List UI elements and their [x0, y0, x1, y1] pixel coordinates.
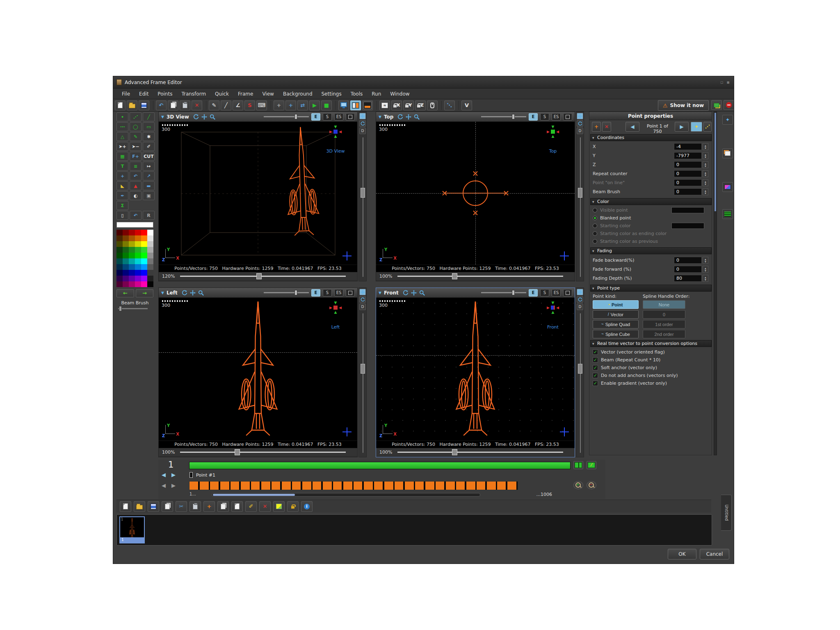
tool-roller-tool[interactable]: ▬ — [143, 181, 155, 190]
menu-transform[interactable]: Transform — [177, 89, 210, 98]
palette-color[interactable] — [147, 247, 153, 253]
field-value-input[interactable]: 0 — [674, 257, 702, 264]
tool-line-tool[interactable]: ╱ — [143, 112, 155, 121]
palette-color[interactable] — [123, 230, 129, 235]
mode-e-button[interactable]: E — [529, 289, 538, 297]
next-point-button[interactable]: ▶ — [675, 122, 689, 132]
copy-frame-button[interactable] — [162, 501, 173, 512]
tool-select-special-tool[interactable]: ✱ — [143, 132, 155, 141]
checkbox-checked[interactable]: ✓ — [593, 373, 598, 378]
vertical-slider-handle[interactable] — [578, 188, 582, 198]
menu-window[interactable]: Window — [386, 89, 414, 98]
mode-e-button[interactable]: E — [311, 113, 320, 121]
menu-tools[interactable]: Tools — [346, 89, 368, 98]
duplicate-frame-button[interactable] — [217, 501, 229, 512]
mode-es-button[interactable]: ES — [334, 113, 343, 121]
palette-color[interactable] — [147, 235, 153, 241]
keyboard-entry-button[interactable]: ⌨ — [256, 100, 267, 110]
tool-select-add-tool[interactable]: ➤+ — [116, 142, 128, 151]
checkbox-checked[interactable]: ✓ — [593, 365, 598, 370]
palette-color[interactable] — [129, 270, 135, 276]
lock-button[interactable] — [287, 501, 299, 512]
pan-mini-button[interactable] — [359, 289, 366, 295]
field-value-input[interactable]: 0 — [674, 161, 702, 168]
viewport-front-header[interactable]: ▼ Front E S ES — [376, 288, 575, 298]
vertical-slider-track[interactable] — [363, 313, 363, 453]
tool-rotate-tool[interactable]: ↶ — [130, 171, 142, 180]
palette-color[interactable] — [141, 235, 147, 241]
field-value-input[interactable]: 0 — [674, 188, 702, 195]
insert-frame-button[interactable] — [231, 501, 243, 512]
vertical-slider-handle[interactable] — [361, 364, 365, 374]
mode-es-button[interactable]: ES — [552, 113, 561, 121]
tool-measure-tool[interactable]: ↦ — [143, 162, 155, 171]
show-it-now-button[interactable]: ⚠ Show it now — [658, 100, 709, 111]
viewport-dropdown-icon[interactable]: ▼ — [161, 291, 164, 295]
palette-color[interactable] — [116, 253, 123, 258]
snap-tool-button[interactable]: S — [244, 100, 255, 110]
open-file-button[interactable] — [127, 100, 137, 110]
tool-redo-tool[interactable]: R — [143, 211, 155, 220]
untitled-tab[interactable]: Untitled — [721, 495, 732, 531]
mouse-options-button[interactable] — [427, 100, 438, 110]
viewport-dropdown-icon[interactable]: ▼ — [379, 115, 381, 119]
current-color-swatch[interactable] — [116, 222, 153, 228]
timeline-zoom-in-button[interactable]: + — [573, 481, 583, 489]
radio-blanked-point[interactable] — [593, 216, 597, 220]
open-frame-button[interactable] — [134, 501, 145, 512]
frame-thumbnail[interactable]: 1 1 — [119, 516, 145, 543]
palette-color[interactable] — [123, 264, 129, 270]
header-slider[interactable] — [264, 116, 309, 117]
kind-spline-quad[interactable]: ~Spline Quad — [593, 320, 639, 329]
palette-color[interactable] — [129, 230, 135, 235]
palette-color[interactable] — [129, 241, 135, 247]
vertical-slider-track[interactable] — [580, 313, 581, 453]
field-spinner[interactable]: ▲▼ — [703, 266, 708, 273]
palette-color[interactable] — [141, 253, 147, 258]
tool-text-tool[interactable]: T — [116, 162, 128, 171]
tool-contrast-tool[interactable]: ◐ — [130, 191, 142, 200]
split-track-button[interactable] — [573, 461, 583, 469]
menu-view[interactable]: View — [258, 89, 278, 98]
palette-color[interactable] — [147, 270, 153, 276]
field-value-input[interactable]: -7977 — [674, 152, 702, 159]
title-bar[interactable]: Advanced Frame Editor ▫▪ — [113, 76, 734, 89]
mode-s-button[interactable]: S — [540, 289, 549, 297]
output-monitor-button[interactable] — [338, 100, 349, 110]
viewport-top-canvas[interactable]: 300 ▼ ▶◀ ▲ Top Y X Z — [376, 122, 575, 265]
viewport-3d-canvas[interactable]: 300 ▼ ▶◀ ▲ 3D View Y X Z — [159, 122, 357, 265]
maximize-view-button[interactable] — [346, 113, 355, 121]
menu-background[interactable]: Background — [278, 89, 317, 98]
timeline-zoom-out-button[interactable]: − — [587, 481, 596, 489]
field-value-input[interactable]: 0 — [674, 179, 702, 186]
palette-windows-button[interactable] — [711, 100, 722, 110]
palette-color[interactable] — [129, 247, 135, 253]
tool-cut-tool[interactable]: CUT — [143, 152, 155, 161]
paste-frame-button[interactable] — [189, 501, 201, 512]
viewport-left-canvas[interactable]: 300 ▼ ▶◀ ▲ Left Y X Z — [159, 298, 357, 441]
radio-starting-color-as-ending-color[interactable] — [593, 231, 597, 236]
palette-color[interactable] — [129, 281, 135, 287]
palette-color[interactable] — [135, 264, 141, 270]
header-slider[interactable] — [264, 292, 309, 293]
add-point-button[interactable]: + — [285, 100, 296, 110]
orientation-widget[interactable]: ▼ ▶◀ ▲ Left — [324, 301, 347, 329]
header-slider[interactable] — [481, 116, 526, 117]
minimize-icon[interactable]: ▫ — [720, 80, 723, 85]
palette-color[interactable] — [123, 241, 129, 247]
viewport-top-header[interactable]: ▼ Top E S ES — [376, 112, 575, 122]
polyline-tool-button[interactable]: ∠ — [233, 100, 243, 110]
field-value-input[interactable]: 0 — [674, 266, 702, 273]
field-value-input[interactable]: 80 — [674, 275, 702, 282]
palette-color[interactable] — [147, 276, 153, 281]
pan-mini-button[interactable] — [577, 289, 583, 295]
palette-color[interactable] — [141, 276, 147, 281]
tool-brush-tool[interactable]: ✎ — [130, 132, 142, 141]
palette-color[interactable] — [116, 281, 123, 287]
checkbox-checked[interactable]: ✓ — [593, 357, 598, 363]
rotate-mini-button[interactable] — [359, 120, 366, 127]
orientation-widget[interactable]: ▼ ▶◀ ▲ Top — [541, 125, 565, 153]
menu-points[interactable]: Points — [153, 89, 177, 98]
field-spinner[interactable]: ▲▼ — [703, 152, 708, 159]
color-swatch[interactable] — [671, 207, 704, 213]
